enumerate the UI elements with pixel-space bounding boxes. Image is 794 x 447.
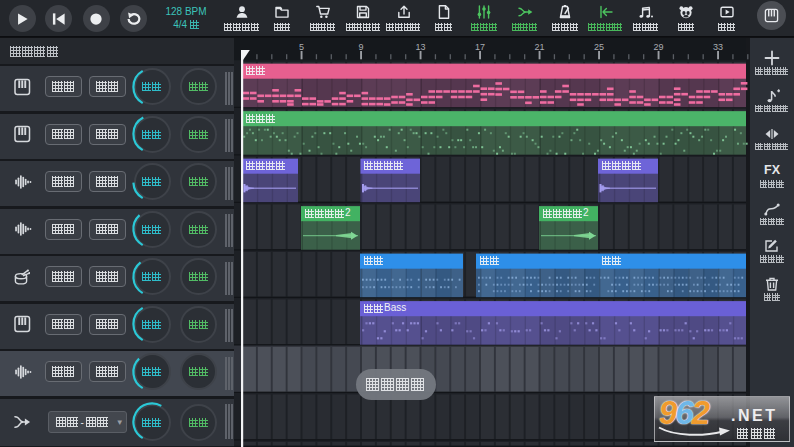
svg-text:5: 5 [299,42,304,52]
svg-text:9: 9 [358,42,363,52]
svg-text:29: 29 [653,42,663,52]
svg-text:33: 33 [713,42,723,52]
svg-text:17: 17 [475,42,485,52]
svg-text:21: 21 [534,42,544,52]
svg-text:25: 25 [594,42,604,52]
svg-text:13: 13 [415,42,425,52]
